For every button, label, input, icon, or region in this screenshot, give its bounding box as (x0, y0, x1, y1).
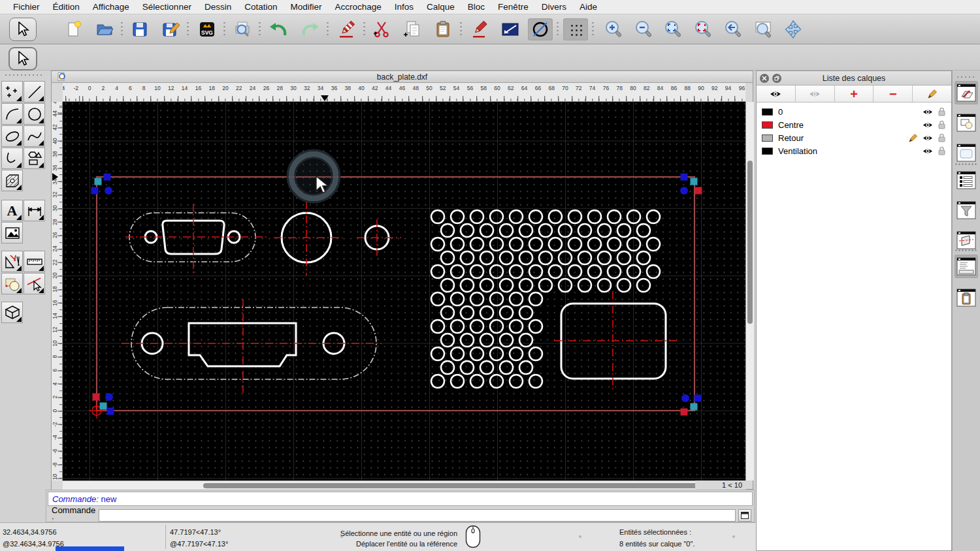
drawing-canvas[interactable] (63, 102, 745, 480)
dock-clipboard-button[interactable] (955, 286, 978, 309)
layer-color-swatch[interactable] (762, 148, 773, 155)
zoom-selected-button[interactable] (691, 18, 715, 40)
tool-hatch[interactable] (1, 170, 23, 191)
dock-command-line-button[interactable] (955, 255, 978, 278)
tool-misc-draw[interactable] (1, 251, 23, 272)
menu-selectionner[interactable]: Sélectionner (136, 2, 198, 12)
paste-button[interactable] (431, 18, 455, 40)
tool-dimension[interactable] (24, 200, 45, 221)
menu-edition[interactable]: Édition (46, 2, 86, 12)
menu-modifier[interactable]: Modifier (284, 2, 328, 12)
menu-fichier[interactable]: Fichier (7, 2, 46, 12)
layer-lock-icon[interactable] (938, 146, 946, 155)
tool-polyline[interactable] (1, 148, 23, 169)
palette-drag-handle[interactable] (4, 74, 44, 76)
redo-icon (300, 20, 319, 39)
zoom-window-button[interactable] (751, 18, 776, 40)
redo-button[interactable] (297, 18, 322, 40)
vertical-scrollbar-thumb[interactable] (747, 161, 753, 324)
tool-3d-box[interactable] (1, 302, 23, 323)
save-as-button[interactable] (158, 18, 183, 40)
dock-command-options-button[interactable] (955, 228, 978, 252)
tool-polygon[interactable] (24, 148, 45, 169)
selection-pointer-button[interactable] (8, 47, 37, 71)
dock-library-browser-button[interactable] (955, 141, 978, 165)
menu-calque[interactable]: Calque (420, 2, 461, 12)
zoom-auto-button[interactable] (661, 18, 685, 40)
undo-button[interactable] (267, 18, 291, 40)
edit-layer-button[interactable] (913, 86, 951, 102)
command-input[interactable] (99, 509, 736, 522)
save-button[interactable] (127, 18, 152, 40)
pan-button[interactable] (781, 18, 806, 40)
tool-arc[interactable] (1, 103, 23, 125)
dock-layer-list-button[interactable] (955, 81, 978, 104)
menu-infos[interactable]: Infos (388, 2, 420, 12)
layer-lock-icon[interactable] (938, 133, 946, 142)
dock-block-list-button[interactable] (955, 111, 978, 134)
tool-text[interactable]: A (1, 200, 23, 221)
layer-row-retour[interactable]: Retour (757, 131, 951, 144)
layer-color-swatch[interactable] (762, 121, 773, 129)
mouse-hints: Sélectionne une entité ou une région Dép… (274, 528, 457, 549)
tool-points[interactable] (1, 81, 23, 102)
layer-row-centre[interactable]: Centre (757, 118, 951, 131)
layer-color-swatch[interactable] (762, 108, 773, 116)
pen-edit-button[interactable] (467, 18, 492, 40)
horizontal-scrollbar[interactable] (63, 480, 745, 490)
print-preview-button[interactable] (230, 18, 255, 40)
tool-measure[interactable] (24, 251, 45, 272)
copy-button[interactable] (400, 18, 425, 40)
zoom-in-button[interactable] (601, 18, 626, 40)
delete-button[interactable] (335, 18, 359, 40)
add-layer-button[interactable]: + (835, 86, 874, 102)
layer-row-ventilation[interactable]: Ventilation (757, 144, 951, 157)
horizontal-scrollbar-thumb[interactable] (203, 483, 726, 488)
tool-circle[interactable] (24, 103, 45, 125)
layer-panel-titlebar[interactable]: Liste des calques (757, 71, 951, 86)
snap-grid-button[interactable] (563, 18, 588, 40)
tool-modify-select[interactable] (24, 273, 45, 294)
menu-fenetre[interactable]: Fenêtre (491, 2, 535, 12)
vertical-scrollbar[interactable] (745, 102, 754, 480)
tool-spline[interactable] (24, 125, 45, 147)
menu-cotation[interactable]: Cotation (238, 2, 284, 12)
cut-button[interactable] (369, 18, 394, 40)
tool-line[interactable] (24, 81, 45, 102)
hide-all-layers-button[interactable] (796, 86, 835, 102)
select-tool-button[interactable] (9, 18, 37, 41)
dock-entity-list-button[interactable] (955, 168, 978, 192)
menu-dessin[interactable]: Dessin (198, 2, 238, 12)
tool-modify[interactable] (1, 273, 23, 294)
tool-ellipse[interactable] (1, 125, 23, 147)
show-all-layers-button[interactable] (757, 86, 796, 102)
new-file-button[interactable] (61, 18, 86, 40)
menu-aide[interactable]: Aide (573, 2, 604, 12)
draft-line-mode-button[interactable] (498, 18, 523, 40)
draft-circle-mode-button[interactable] (528, 18, 553, 40)
document-titlebar[interactable]: back_plate.dxf (52, 71, 753, 83)
layer-color-swatch[interactable] (762, 134, 773, 142)
layer-lock-icon[interactable] (938, 120, 946, 129)
layer-visible-icon[interactable] (923, 121, 933, 129)
zoom-out-button[interactable] (631, 18, 656, 40)
open-file-button[interactable] (92, 18, 117, 40)
zoom-previous-button[interactable] (721, 18, 745, 40)
menu-accrochage[interactable]: Accrochage (328, 2, 387, 12)
layer-row-0[interactable]: 0 (757, 105, 951, 118)
remove-layer-button[interactable]: − (874, 86, 913, 102)
layer-lock-icon[interactable] (938, 107, 946, 116)
layer-visible-icon[interactable] (923, 134, 933, 142)
dock-filter-button[interactable] (955, 198, 978, 222)
svg-export-button[interactable]: SVG (195, 18, 220, 40)
menu-bloc[interactable]: Bloc (461, 2, 491, 12)
menu-divers[interactable]: Divers (535, 2, 573, 12)
undock-icon[interactable] (772, 74, 781, 83)
command-detach-button[interactable] (738, 509, 751, 522)
menu-affichage[interactable]: Affichage (86, 2, 136, 12)
close-icon[interactable] (760, 74, 769, 83)
dock-drag-handle[interactable] (956, 76, 975, 78)
layer-visible-icon[interactable] (923, 108, 933, 116)
tool-image[interactable] (1, 222, 23, 244)
layer-visible-icon[interactable] (923, 148, 933, 155)
